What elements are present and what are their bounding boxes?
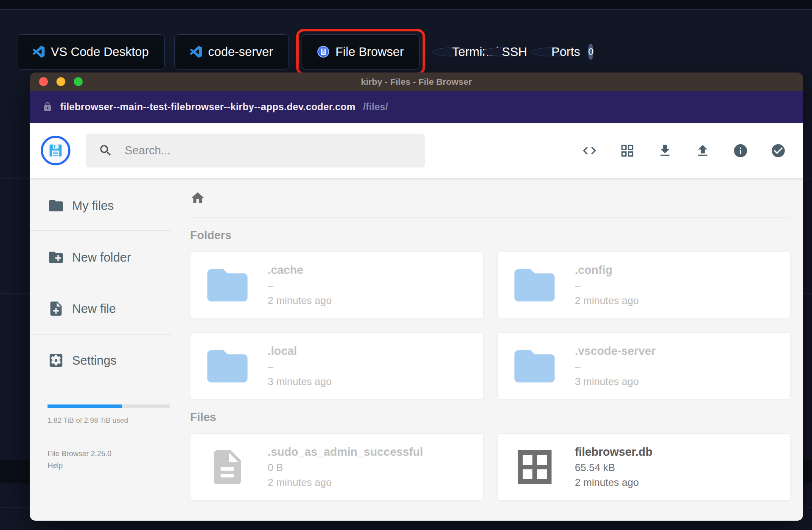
storage-usage-label: 1.82 TiB of 2.98 TiB used [48,416,128,425]
file-card-filebrowser-db[interactable]: filebrowser.db65.54 kB2 minutes ago [497,433,791,501]
database-grid-icon [510,447,559,487]
filebrowser-logo-icon[interactable] [41,136,70,165]
file-name: .local [268,345,332,358]
home-button[interactable] [190,190,205,206]
file-card-config[interactable]: .config–2 minutes ago [497,251,791,319]
home-icon [190,190,205,206]
desktop-background: VS Code Desktopcode-serverFile BrowserTe… [0,0,812,530]
folder-card-icon [510,261,559,310]
file-size: 0 B [268,462,423,474]
search-input[interactable] [124,144,412,158]
code-button[interactable] [582,143,597,159]
vscode-icon [33,46,45,58]
sidebar-item-settings[interactable]: Settings [48,351,117,370]
file-name: .config [575,264,639,277]
folder-card-icon [510,342,559,391]
window-titlebar: kirby - Files - File Browser [30,73,803,91]
divider [190,218,791,218]
tab-label: code-server [208,45,273,59]
upload-button[interactable] [695,143,711,159]
storage-progress-fill [48,404,122,408]
search-box[interactable] [86,134,425,167]
folder-icon [48,197,64,214]
code-icon [582,143,597,159]
browser-url-bar[interactable]: filebrowser--main--test-filebrowser--kir… [30,91,803,123]
folder-card-icon [203,261,252,310]
filebrowser-header [30,123,803,178]
url-path: /files/ [363,101,388,113]
workspace-tab-code-server[interactable]: code-server [174,34,289,70]
workspace-tab-terminal[interactable]: Terminal [432,47,472,56]
file-size: – [268,361,332,373]
minimize-button[interactable] [56,77,65,86]
file-card-text: .local–3 minutes ago [268,345,332,388]
sidebar-item-label: New file [72,302,116,316]
sidebar-item-new-file[interactable]: New file [48,299,116,318]
sidebar-item-my-files[interactable]: My files [48,196,114,215]
zoom-button[interactable] [74,77,83,86]
floppy-disk-icon [48,143,63,158]
file-card-local[interactable]: .local–3 minutes ago [190,332,484,400]
file-size: – [575,280,639,292]
grid-view-icon [619,143,635,159]
workspace-tab-bar: VS Code Desktopcode-serverFile BrowserTe… [17,28,571,75]
download-icon [657,143,673,159]
sidebar-item-label: New folder [72,251,131,265]
workspace-tab-ssh[interactable]: SSH [482,47,522,56]
file-modified-time: 2 minutes ago [575,477,652,488]
window-title: kirby - Files - File Browser [30,77,803,87]
check-circle-button[interactable] [770,143,786,159]
sidebar: My filesNew folderNew fileSettings 1.82 … [30,178,171,521]
grid-view-button[interactable] [619,143,635,159]
card-grid-folders: .cache–2 minutes ago.config–2 minutes ag… [190,251,791,400]
file-modified-time: 2 minutes ago [268,295,332,307]
file-card-text: filebrowser.db65.54 kB2 minutes ago [575,446,652,488]
help-link[interactable]: Help [48,461,63,470]
vscode-icon [190,46,202,58]
workspace-tab-file-browser[interactable]: File Browser [302,34,420,70]
desktop-top-strip [0,0,812,10]
lock-icon [42,102,53,112]
folder-card-icon [203,342,252,391]
browser-window: kirby - Files - File Browser filebrowser… [30,73,803,521]
file-name: .cache [268,264,332,277]
file-size: – [268,280,332,292]
file-size: – [575,361,656,373]
file-modified-time: 3 minutes ago [268,376,332,388]
search-icon [98,143,113,158]
close-button[interactable] [39,77,48,86]
file-card-vscode-server[interactable]: .vscode-server–3 minutes ago [497,332,791,400]
workspace-tab-ports[interactable]: Ports0 [532,47,571,56]
breadcrumb [190,190,791,206]
sidebar-item-new-folder[interactable]: New folder [48,248,131,267]
tab-label: SSH [502,45,527,59]
card-grid-files: .sudo_as_admin_successful0 B2 minutes ag… [190,433,791,501]
folder-icon [510,342,559,391]
workspace-tab-vs-code-desktop[interactable]: VS Code Desktop [17,34,165,70]
file-modified-time: 2 minutes ago [268,477,423,488]
file-plus-icon [48,300,64,317]
file-card-cache[interactable]: .cache–2 minutes ago [190,251,484,319]
sidebar-item-label: Settings [72,354,117,368]
info-button[interactable] [733,143,748,159]
folder-icon [203,342,252,391]
tab-label: Ports [552,45,580,59]
folder-icon [203,261,252,310]
url-host: filebrowser--main--test-filebrowser--kir… [60,101,356,113]
ports-count-badge: 0 [588,44,593,60]
file-modified-time: 2 minutes ago [575,295,639,307]
divider [30,230,171,231]
file-card-sudo-as-admin-successful[interactable]: .sudo_as_admin_successful0 B2 minutes ag… [190,433,484,501]
file-listing: Folders.cache–2 minutes ago.config–2 min… [171,178,803,521]
file-card-text: .vscode-server–3 minutes ago [575,345,656,388]
section-title-folders: Folders [190,229,791,242]
file-name: .vscode-server [575,345,656,358]
file-card-text: .config–2 minutes ago [575,264,639,307]
file-card-text: .sudo_as_admin_successful0 B2 minutes ag… [268,446,423,488]
settings-icon [48,352,64,369]
file-name: .sudo_as_admin_successful [268,446,423,459]
filebrowser-body: My filesNew folderNew fileSettings 1.82 … [30,178,803,521]
download-button[interactable] [657,143,673,159]
sidebar-item-label: My files [72,199,114,213]
section-title-files: Files [190,411,791,424]
